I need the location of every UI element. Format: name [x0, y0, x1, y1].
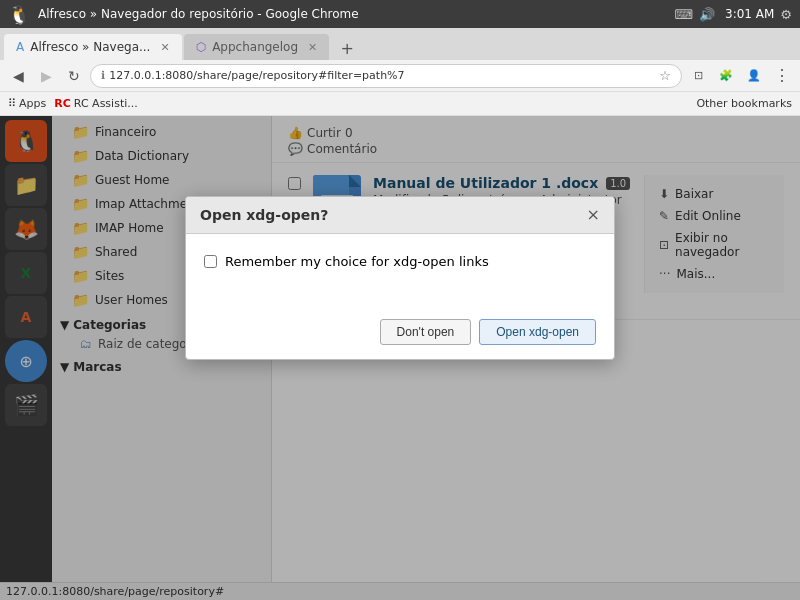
other-bookmarks[interactable]: Other bookmarks [696, 97, 792, 110]
dialog-overlay: Open xdg-open? × Remember my choice for … [0, 116, 800, 600]
bookmark-rc[interactable]: RC RC Assisti... [54, 97, 137, 110]
title-bar: 🐧 Alfresco » Navegador do repositório - … [0, 0, 800, 28]
title-bar-text: Alfresco » Navegador do repositório - Go… [38, 7, 359, 21]
address-bar[interactable]: ℹ 127.0.0.1:8080/share/page/repository#f… [90, 64, 682, 88]
remember-choice-label: Remember my choice for xdg-open links [225, 254, 489, 269]
more-button[interactable]: ⋮ [770, 64, 794, 88]
dialog: Open xdg-open? × Remember my choice for … [185, 196, 615, 360]
time-display: 3:01 AM [725, 7, 774, 21]
dialog-footer: Don't open Open xdg-open [186, 309, 614, 359]
reload-button[interactable]: ↻ [62, 64, 86, 88]
apps-grid-icon: ⠿ [8, 97, 16, 110]
new-tab-button[interactable]: + [335, 36, 359, 60]
tab-label-alfresco: Alfresco » Navega... [30, 40, 150, 54]
nav-bar: ◀ ▶ ↻ ℹ 127.0.0.1:8080/share/page/reposi… [0, 60, 800, 92]
tab-favicon-alfresco: A [16, 40, 24, 54]
lock-icon: ℹ [101, 69, 105, 82]
sound-icon: 🔊 [699, 7, 715, 22]
tab-appchangelog[interactable]: ⬡ Appchangelog ✕ [184, 34, 330, 60]
settings-icon[interactable]: ⚙ [780, 7, 792, 22]
back-button[interactable]: ◀ [6, 64, 30, 88]
content-area: 🐧 📁 🦊 X A ⊕ 🎬 📁 Financeiro 📁 Data Dictio… [0, 116, 800, 600]
remember-choice-checkbox[interactable] [204, 255, 217, 268]
tab-close-appchangelog[interactable]: ✕ [308, 41, 317, 54]
address-text: 127.0.0.1:8080/share/page/repository#fil… [109, 69, 655, 82]
star-icon[interactable]: ☆ [659, 68, 671, 83]
bookmarks-bar: ⠿ Apps RC RC Assisti... Other bookmarks [0, 92, 800, 116]
forward-button[interactable]: ▶ [34, 64, 58, 88]
ubuntu-logo: 🐧 [8, 4, 30, 25]
tab-alfresco[interactable]: A Alfresco » Navega... ✕ [4, 34, 182, 60]
dialog-header: Open xdg-open? × [186, 197, 614, 234]
tab-label-appchangelog: Appchangelog [212, 40, 298, 54]
tab-close-alfresco[interactable]: ✕ [160, 41, 169, 54]
bookmark-apps[interactable]: ⠿ Apps [8, 97, 46, 110]
dont-open-button[interactable]: Don't open [380, 319, 472, 345]
dialog-close-button[interactable]: × [587, 207, 600, 223]
dialog-title: Open xdg-open? [200, 207, 328, 223]
tab-favicon-appchangelog: ⬡ [196, 40, 206, 54]
profile-button[interactable]: 👤 [742, 64, 766, 88]
rc-favicon: RC [54, 97, 71, 110]
cast-button[interactable]: ⊡ [686, 64, 710, 88]
dialog-checkbox-row: Remember my choice for xdg-open links [204, 254, 596, 269]
dialog-body: Remember my choice for xdg-open links [186, 234, 614, 309]
keyboard-icon: ⌨ [674, 7, 693, 22]
browser-chrome: A Alfresco » Navega... ✕ ⬡ Appchangelog … [0, 28, 800, 116]
title-bar-icons: ⌨ 🔊 3:01 AM ⚙ [674, 7, 792, 22]
tab-bar: A Alfresco » Navega... ✕ ⬡ Appchangelog … [0, 28, 800, 60]
open-xdg-button[interactable]: Open xdg-open [479, 319, 596, 345]
extensions-button[interactable]: 🧩 [714, 64, 738, 88]
